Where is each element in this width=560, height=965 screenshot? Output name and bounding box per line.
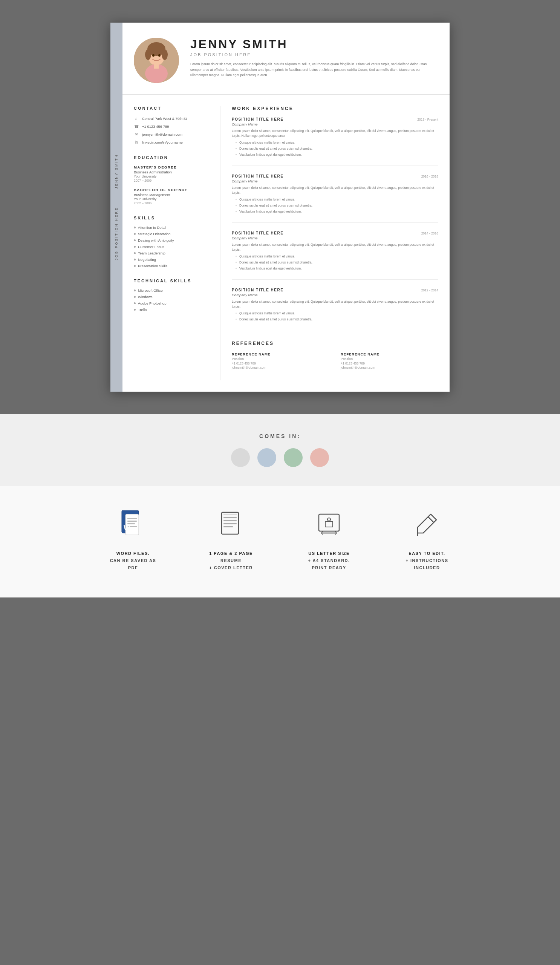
contact-linkedin: in linkedin.com/in/yourname xyxy=(134,139,209,145)
ref-phone: +1 0123 456 789 xyxy=(341,361,438,365)
tech-skill-label: Trello xyxy=(138,307,147,312)
references-section: REFERENCES REFERENCE NAME Position +1 01… xyxy=(232,341,438,370)
feature-word: W WORD FILES.CAN BE SAVED ASPDF xyxy=(95,509,171,571)
phone-icon: ☎ xyxy=(134,124,139,129)
contact-phone: ☎ +1 0123 456 789 xyxy=(134,124,209,129)
edu-field: Business Administration xyxy=(134,170,209,174)
job-description: Lorem ipsum dolor sit amet, consectetur … xyxy=(232,129,438,138)
resume-card: JENNY SMITH JOB POSITION HERE xyxy=(110,23,450,392)
skill-bullet xyxy=(134,233,136,235)
job-bullet: Vestibulum finibus eget dui eget vestibu… xyxy=(235,209,438,214)
color-swatches xyxy=(231,448,329,467)
technical-skills-section: TECHNICAL SKILLS Microsoft OfficeWindows… xyxy=(134,278,209,312)
edu-degree: BACHELOR OF SCIENCE xyxy=(134,188,209,192)
job-header: POSITION TITLE HERE 2018 - Present xyxy=(232,117,438,121)
left-column: CONTACT ⌂ Central Park West & 79th St ☎ … xyxy=(122,106,220,380)
skill-item: Team Leadership xyxy=(134,251,209,255)
email-icon: ✉ xyxy=(134,132,139,137)
skill-label: Team Leadership xyxy=(138,251,165,255)
skill-item: Dealing with Ambiguity xyxy=(134,238,209,242)
home-icon: ⌂ xyxy=(134,116,139,121)
job-description: Lorem ipsum dolor sit amet, consectetur … xyxy=(232,242,438,252)
job-block: POSITION TITLE HERE 2018 - Present Compa… xyxy=(232,117,438,166)
feature-text-size: US LETTER SIZE+ A4 STANDARD.PRINT READY xyxy=(308,550,350,571)
job-bullet: Vestibulum finibus eget dui eget vestibu… xyxy=(235,153,438,157)
color-swatch xyxy=(310,448,329,467)
feature-text-edit: EASY TO EDIT.+ INSTRUCTIONSINCLUDED xyxy=(406,550,449,571)
ref-phone: +1 0123 456 789 xyxy=(232,361,329,365)
tech-skill-bullet xyxy=(134,290,136,291)
job-header: POSITION TITLE HERE 2014 - 2016 xyxy=(232,231,438,235)
jobs-list: POSITION TITLE HERE 2018 - Present Compa… xyxy=(232,117,438,330)
contact-email: ✉ jennysmith@domain.com xyxy=(134,132,209,137)
job-bullet: Quisque ultricies mattis lorem et varius… xyxy=(235,254,438,259)
skill-label: Negotiating xyxy=(138,257,156,262)
skill-bullet xyxy=(134,258,136,260)
job-company: Company Name xyxy=(232,122,438,126)
ref-position: Position xyxy=(232,357,329,361)
feature-text-word: WORD FILES.CAN BE SAVED ASPDF xyxy=(110,550,157,571)
job-title: POSITION TITLE HERE xyxy=(232,117,283,121)
job-block: POSITION TITLE HERE 2014 - 2016 Company … xyxy=(232,231,438,280)
contact-address: ⌂ Central Park West & 79th St xyxy=(134,116,209,121)
svg-point-4 xyxy=(162,49,168,60)
work-experience-section: WORK EXPERIENCE POSITION TITLE HERE 2018… xyxy=(232,106,438,330)
svg-point-24 xyxy=(328,518,330,521)
job-bullet: Donec iaculis erat sit amet purus euismo… xyxy=(235,260,438,265)
feature-pages: 1 PAGE & 2 PAGERESUME+ COVER LETTER xyxy=(193,509,269,571)
svg-rect-20 xyxy=(224,526,233,527)
job-company: Company Name xyxy=(232,179,438,183)
job-date: 2018 - Present xyxy=(417,118,438,121)
sidebar-name-label: JENNY SMITH xyxy=(114,154,118,189)
education-entry: MASTER'S DEGREE Business Administration … xyxy=(134,165,209,182)
skill-label: Dealing with Ambiguity xyxy=(138,238,174,242)
resume-inner: JENNY SMITH JOB POSITION HERE Lorem ipsu… xyxy=(122,23,450,392)
svg-line-30 xyxy=(428,517,434,522)
edu-years: 2002 – 2006 xyxy=(134,201,209,205)
education-section: EDUCATION MASTER'S DEGREE Business Admin… xyxy=(134,155,209,205)
svg-rect-22 xyxy=(319,514,339,531)
header-description: Lorem ipsum dolor sit amet, consectetur … xyxy=(190,61,434,78)
svg-rect-11 xyxy=(127,518,137,519)
job-title: POSITION TITLE HERE xyxy=(232,231,283,235)
job-header: POSITION TITLE HERE 2012 - 2014 xyxy=(232,288,438,292)
job-company: Company Name xyxy=(232,236,438,240)
skills-list: Attention to DetailStrategic Orientation… xyxy=(134,226,209,268)
reference-block: REFERENCE NAME Position +1 0123 456 789 … xyxy=(232,352,329,370)
skill-bullet xyxy=(134,239,136,241)
resume-header: JENNY SMITH JOB POSITION HERE Lorem ipsu… xyxy=(122,23,450,95)
profile-photo xyxy=(134,38,179,83)
skill-label: Presentation Skills xyxy=(138,264,167,268)
svg-rect-12 xyxy=(127,520,137,522)
skill-bullet xyxy=(134,246,136,248)
header-name: JENNY SMITH xyxy=(190,38,434,51)
feature-icon-edit xyxy=(410,509,444,543)
job-bullet: Donec iaculis erat sit amet purus euismo… xyxy=(235,317,438,322)
job-bullet: Vestibulum finibus eget dui eget vestibu… xyxy=(235,267,438,271)
contact-section: CONTACT ⌂ Central Park West & 79th St ☎ … xyxy=(134,106,209,145)
edu-university: Your University xyxy=(134,175,209,178)
references-title: REFERENCES xyxy=(232,341,438,346)
tech-skill-item: Windows xyxy=(134,295,209,299)
ref-position: Position xyxy=(341,357,438,361)
svg-rect-19 xyxy=(224,523,237,524)
tech-skill-item: Trello xyxy=(134,307,209,312)
job-bullet: Donec iaculis erat sit amet purus euismo… xyxy=(235,204,438,208)
job-bullets: Quisque ultricies mattis lorem et varius… xyxy=(232,254,438,271)
skill-bullet xyxy=(134,265,136,267)
skill-item: Negotiating xyxy=(134,257,209,262)
tech-skill-bullet xyxy=(134,296,136,298)
job-date: 2012 - 2014 xyxy=(421,288,438,292)
job-header: POSITION TITLE HERE 2016 - 2018 xyxy=(232,174,438,178)
skill-item: Customer Focus xyxy=(134,245,209,249)
skill-bullet xyxy=(134,252,136,254)
job-bullet: Quisque ultricies mattis lorem et varius… xyxy=(235,311,438,316)
skill-item: Attention to Detail xyxy=(134,226,209,229)
edu-degree: MASTER'S DEGREE xyxy=(134,165,209,169)
color-swatch xyxy=(257,448,276,467)
tech-skill-bullet xyxy=(134,302,136,304)
references-grid: REFERENCE NAME Position +1 0123 456 789 … xyxy=(232,352,438,370)
svg-point-3 xyxy=(145,49,151,60)
comes-in-label: COMES IN: xyxy=(259,433,301,439)
job-bullet: Quisque ultricies mattis lorem et varius… xyxy=(235,141,438,145)
